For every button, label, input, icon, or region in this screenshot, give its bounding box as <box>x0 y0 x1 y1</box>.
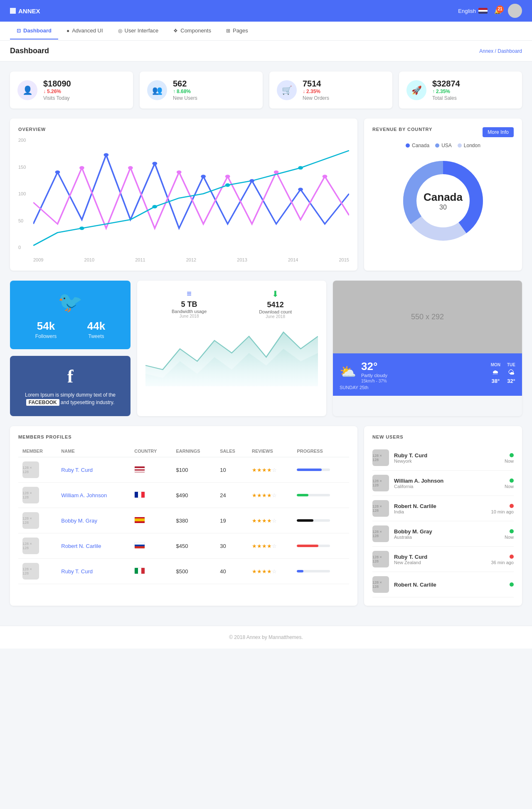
table-row: 128 × 128 Robert N. Carlile $450 30 ★★★★… <box>18 533 349 559</box>
svg-point-6 <box>79 166 84 170</box>
new-user-meta: 10 min ago <box>491 503 514 514</box>
more-info-button[interactable]: More Info <box>483 127 514 137</box>
member-progress-cell <box>293 533 349 559</box>
user-avatar[interactable] <box>508 4 522 18</box>
member-name-cell[interactable]: Robert N. Carlile <box>57 533 130 559</box>
language-label: English <box>458 8 476 14</box>
nav-label-advanced-ui: Advanced UI <box>72 27 103 34</box>
new-orders-change: ↓ 2.35% <box>303 89 385 94</box>
member-name-cell[interactable]: Ruby T. Curd <box>57 457 130 483</box>
visits-info: $18090 ↓ 5.26% Visits Today <box>43 79 126 101</box>
new-users-title: NEW USERS <box>372 434 514 439</box>
overview-revenue-row: OVERVIEW 200 150 100 50 0 <box>10 118 522 271</box>
nav-item-dashboard[interactable]: ⊡ Dashboard <box>10 22 58 39</box>
member-earnings-cell: $380 <box>172 508 216 533</box>
nav-item-pages[interactable]: ⊞ Pages <box>219 22 255 39</box>
notification-badge: 21 <box>496 5 504 13</box>
breadcrumb-home[interactable]: Annex <box>479 48 493 54</box>
svg-point-0 <box>55 170 60 174</box>
nav-label-components: Components <box>180 27 211 34</box>
status-dot <box>510 582 514 587</box>
svg-point-7 <box>128 166 133 170</box>
visits-value: $18090 <box>43 79 126 89</box>
language-selector[interactable]: English <box>458 8 488 14</box>
member-country-cell <box>130 559 172 584</box>
overview-title: OVERVIEW <box>18 127 349 132</box>
svg-point-8 <box>177 170 182 174</box>
weather-wind: 15km/h - 37% <box>361 379 387 383</box>
svg-point-10 <box>274 170 279 174</box>
nav-item-user-interface[interactable]: ◎ User Interface <box>111 22 165 39</box>
progress-fill <box>297 519 313 522</box>
new-user-avatar: 128 × 128 <box>372 449 389 466</box>
member-name-cell[interactable]: William A. Johnson <box>57 483 130 508</box>
twitter-followers: 54k Followers <box>35 320 57 339</box>
member-name-cell[interactable]: Bobby M. Gray <box>57 508 130 533</box>
progress-fill <box>297 570 303 572</box>
member-name[interactable]: William A. Johnson <box>61 492 107 498</box>
member-country-cell <box>130 483 172 508</box>
usa-legend-dot <box>435 143 439 148</box>
svg-point-5 <box>298 187 303 191</box>
svg-point-12 <box>79 227 84 230</box>
new-orders-info: 7514 ↓ 2.35% New Orders <box>303 79 385 101</box>
new-user-avatar: 128 × 128 <box>372 551 389 567</box>
new-users-value: 562 <box>173 79 255 89</box>
mon-label: MON <box>491 363 500 367</box>
overview-card: OVERVIEW 200 150 100 50 0 <box>10 118 357 271</box>
members-table-body: 128 × 128 Ruby T. Curd $100 10 ★★★★☆ 128… <box>18 457 349 584</box>
topbar: ANNEX English 🔔 21 <box>0 0 532 22</box>
dashboard-nav-icon: ⊡ <box>17 28 21 34</box>
new-user-info: Bobby M. Gray Australia <box>394 528 500 540</box>
total-sales-value: $32874 <box>432 79 515 89</box>
weather-condition-icon: ⛅ <box>340 364 356 380</box>
overview-chart: 200 150 100 50 0 <box>18 138 349 262</box>
twitter-tweets-value: 44k <box>87 320 105 333</box>
status-dot <box>510 478 514 483</box>
members-users-row: MEMBERS PROFILES Member Name Country Ear… <box>10 426 522 606</box>
weather-card: 550 x 292 ⛅ 32° Partly cloudy 15km/h - 3… <box>333 281 522 416</box>
new-users-change: ↑ 8.68% <box>173 89 255 94</box>
svg-point-9 <box>225 175 230 178</box>
new-user-info: William A. Johnson California <box>394 478 500 489</box>
bandwidth-header: ≡ 5 TB Bandwidth usage June 2018 ⬇ 5412 … <box>145 289 318 319</box>
status-dot <box>510 555 514 559</box>
member-name-cell[interactable]: Ruby T. Curd <box>57 559 130 584</box>
member-reviews-cell: ★★★★☆ <box>248 559 293 584</box>
member-name[interactable]: Robert N. Carlile <box>61 543 101 549</box>
nav-item-advanced-ui[interactable]: ● Advanced UI <box>60 22 110 39</box>
nav-item-components[interactable]: ❖ Components <box>167 22 218 39</box>
logo-text: ANNEX <box>18 7 40 15</box>
notification-button[interactable]: 🔔 21 <box>494 8 501 14</box>
progress-bar <box>297 545 330 547</box>
tue-icon: 🌤 <box>507 369 515 376</box>
facebook-icon: f <box>20 366 121 387</box>
storage-label: Bandwidth usage <box>172 309 207 314</box>
fb-text-before: Lorem Ipsum is simply dummy text of the <box>25 392 116 398</box>
donut-center-value: 30 <box>424 204 463 211</box>
member-name[interactable]: Ruby T. Curd <box>61 568 93 575</box>
member-progress-cell <box>293 483 349 508</box>
progress-bar <box>297 570 330 572</box>
new-user-location: Australia <box>394 535 500 540</box>
revenue-card: REVENUE BY COUNTRY More Info Canada USA … <box>364 118 522 271</box>
member-earnings-cell: $100 <box>172 457 216 483</box>
mon-temp: 38° <box>491 378 500 384</box>
member-name[interactable]: Bobby M. Gray <box>61 518 97 524</box>
list-item: 128 × 128 Robert N. Carlile India 10 min… <box>372 496 514 521</box>
progress-bar <box>297 494 330 496</box>
status-dot <box>510 529 514 533</box>
fb-text-after: and typesetting industry. <box>61 400 114 405</box>
nav-label-user-interface: User Interface <box>125 27 159 34</box>
canada-legend-label: Canada <box>412 143 429 148</box>
member-flag <box>134 466 145 473</box>
weather-info: ⛅ 32° Partly cloudy 15km/h - 37% MON 🌧 3… <box>333 353 522 396</box>
bandwidth-download: ⬇ 5412 Download count June 2018 <box>259 289 292 319</box>
stat-card-visits: 👤 $18090 ↓ 5.26% Visits Today <box>10 72 133 109</box>
visits-icon: 👤 <box>17 80 37 100</box>
member-flag <box>134 491 145 498</box>
new-user-info: Robert N. Carlile India <box>394 503 486 514</box>
logo-icon <box>10 8 16 14</box>
main-content: 👤 $18090 ↓ 5.26% Visits Today 👥 562 ↑ 8.… <box>0 62 532 626</box>
member-name[interactable]: Ruby T. Curd <box>61 467 93 473</box>
